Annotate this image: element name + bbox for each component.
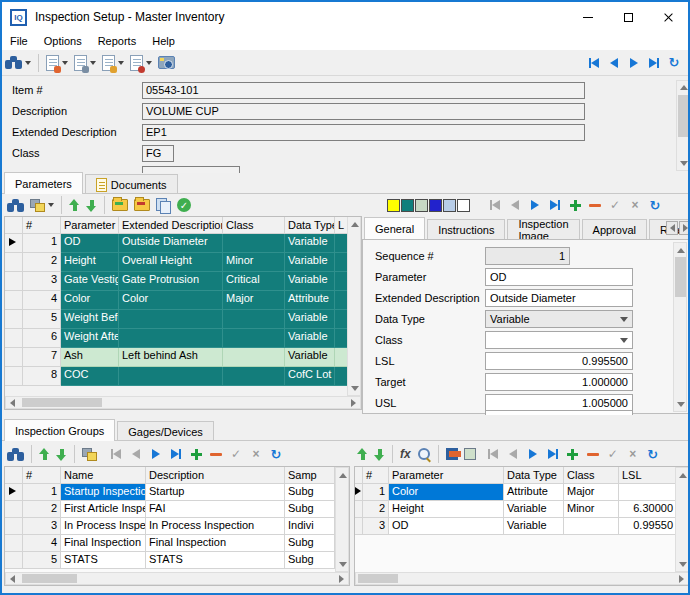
gp-move-down-button[interactable] [371,446,388,463]
new-document-button[interactable] [43,53,71,73]
status-color-teal[interactable] [401,199,414,212]
nav-first-button[interactable] [584,54,604,72]
scroll-up-icon[interactable] [339,473,347,478]
table-row[interactable]: 5 Weight Befo Variable [5,310,361,329]
groups-nav-first-button[interactable] [106,445,126,463]
table-row[interactable]: 6 Weight Afte Variable [5,329,361,348]
gp-delete-button[interactable] [583,445,603,463]
tab-scroll-right-button[interactable] [679,221,690,235]
scroll-down-icon[interactable] [351,386,359,391]
menu-help[interactable]: Help [144,33,183,49]
maximize-button[interactable] [608,3,648,31]
table-row[interactable]: 3 In Process Inspect In Process Inspecti… [5,518,349,535]
detail-delete-button[interactable] [585,196,605,214]
grid-vertical-scrollbar[interactable] [347,217,361,396]
scrollbar-thumb[interactable] [358,574,398,583]
nav-next-button[interactable] [624,54,644,72]
groups-move-down-button[interactable] [53,446,70,463]
gp-assign-button[interactable] [443,445,479,463]
gp-add-button[interactable] [563,445,583,463]
minimize-button[interactable] [568,3,608,31]
data-type-combo[interactable]: Variable [485,310,633,328]
target-field[interactable]: 1.000000 [485,373,633,391]
table-row[interactable]: 2 Height Overall Height Minor Variable [5,253,361,272]
groups-vertical-scrollbar[interactable] [335,467,349,572]
scroll-down-icon[interactable] [677,402,685,407]
detail-post-button[interactable]: ✓ [605,196,625,214]
groups-move-up-button[interactable] [36,446,53,463]
status-color-yellow[interactable] [387,199,400,212]
menu-file[interactable]: File [2,33,36,49]
detail-cancel-button[interactable]: × [625,196,645,214]
scrollbar-thumb[interactable] [675,257,686,297]
tab-instructions[interactable]: Instructions [427,219,505,239]
gp-refresh-button[interactable]: ↻ [643,445,663,463]
tab-approval[interactable]: Approval [582,219,647,239]
folder-in-button[interactable] [109,197,131,213]
document-history-button[interactable] [127,53,155,73]
table-row[interactable]: 4 Color Color Major Attribute [5,291,361,310]
scroll-down-icon[interactable] [339,562,347,567]
extended-description-field[interactable]: EP1 [142,124,585,141]
tab-inspection-groups[interactable]: Inspection Groups [4,419,115,441]
groups-nav-next-button[interactable] [146,445,166,463]
groups-add-button[interactable] [186,445,206,463]
document-edit-button[interactable] [99,53,127,73]
table-row[interactable]: 3 OD Variable 0.99550 [355,518,689,535]
groups-nav-last-button[interactable] [166,445,186,463]
status-color-white[interactable] [457,199,470,212]
table-row[interactable]: 5 STATS STATS Subg [5,552,349,569]
groups-delete-button[interactable] [206,445,226,463]
tab-documents[interactable]: Documents [85,174,178,194]
copy-button[interactable] [153,196,174,214]
gp-nav-first-button[interactable] [483,445,503,463]
lsl-field[interactable]: 0.995500 [485,352,633,370]
status-color-sage[interactable] [415,199,428,212]
groups-horizontal-scrollbar[interactable] [5,572,349,585]
scroll-left-icon[interactable] [10,575,15,583]
folder-remove-button[interactable] [131,197,153,213]
gp-cancel-button[interactable]: × [623,445,643,463]
detail-nav-last-button[interactable] [545,196,565,214]
status-color-lightblue[interactable] [443,199,456,212]
scroll-left-icon[interactable] [10,399,15,407]
table-row[interactable]: 1 Startup Inspection Startup Subg [5,484,349,501]
find-button[interactable] [2,54,34,71]
gp-vertical-scrollbar[interactable] [675,467,689,572]
tab-inspection-image[interactable]: Inspection Image [507,219,579,239]
menu-options[interactable]: Options [36,33,90,49]
scroll-up-icon[interactable] [677,248,685,253]
nav-last-button[interactable] [644,54,664,72]
move-up-button[interactable] [66,197,83,214]
status-color-blue[interactable] [429,199,442,212]
form-vertical-scrollbar[interactable] [676,80,690,171]
table-row[interactable]: 1 OD Outside Diameter Variable [5,234,361,253]
nav-prev-button[interactable] [604,54,624,72]
scroll-right-icon[interactable] [679,575,684,583]
groups-refresh-button[interactable]: ↻ [266,445,286,463]
description-field[interactable]: VOLUME CUP [142,103,585,120]
detail-vertical-scrollbar[interactable] [673,242,687,412]
groups-cancel-button[interactable]: × [246,445,266,463]
scrollbar-thumb[interactable] [22,574,77,583]
tab-general[interactable]: General [364,217,425,239]
table-row[interactable]: 1 Color Attribute Major [355,484,689,501]
scrollbar-thumb[interactable] [22,398,102,407]
gp-nav-next-button[interactable] [523,445,543,463]
grid-horizontal-scrollbar[interactable] [5,396,361,409]
groups-view-button[interactable] [79,446,100,462]
tab-parameters[interactable]: Parameters [4,172,83,194]
gp-horizontal-scrollbar[interactable] [355,572,689,585]
scroll-up-icon[interactable] [351,222,359,227]
detail-refresh-button[interactable]: ↻ [645,196,665,214]
detail-nav-next-button[interactable] [525,196,545,214]
scroll-up-icon[interactable] [679,473,687,478]
item-number-field[interactable]: 05543-101 [142,82,585,99]
table-row[interactable]: 2 First Article Inspec FAI Subg [5,501,349,518]
menu-reports[interactable]: Reports [90,33,145,49]
scroll-down-icon[interactable] [680,161,688,166]
tab-gages-devices[interactable]: Gages/Devices [117,421,214,441]
groups-nav-prev-button[interactable] [126,445,146,463]
clipped-field[interactable] [485,410,633,415]
view-options-button[interactable] [27,197,57,213]
